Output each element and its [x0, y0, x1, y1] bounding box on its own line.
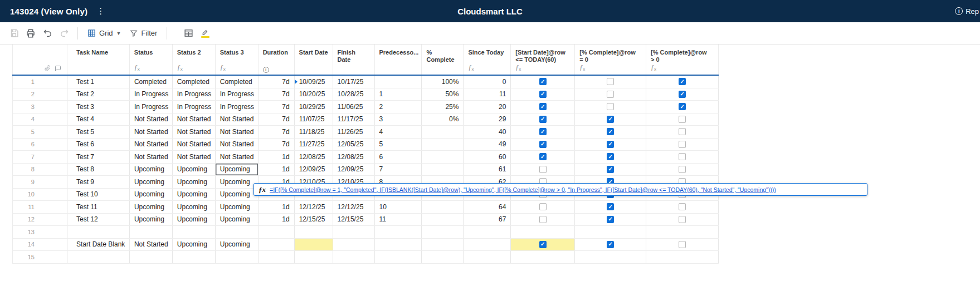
cell-status3[interactable] [216, 251, 259, 263]
cell-pct[interactable] [422, 151, 464, 163]
cell-dur[interactable]: 1d [259, 151, 295, 163]
cell-status[interactable]: Upcoming [130, 176, 173, 188]
cell-start-date-within-60[interactable] [511, 126, 575, 138]
cell-finish[interactable]: 11/26/25 [333, 126, 375, 138]
cell-status[interactable] [130, 251, 173, 263]
row-number[interactable]: 14 [13, 239, 67, 251]
cell-start[interactable] [295, 239, 333, 251]
cell-pct-complete-gt-0[interactable] [646, 139, 719, 151]
cell-start[interactable]: 12/15/25 [295, 214, 333, 226]
cell-pct[interactable] [422, 139, 464, 151]
cell-pct-complete-eq-0[interactable] [575, 239, 646, 251]
cell-pct[interactable] [422, 239, 464, 251]
row-number[interactable]: 2 [13, 88, 67, 101]
cell-dur[interactable] [259, 226, 295, 238]
kebab-menu-icon[interactable]: ⋮ [94, 6, 107, 16]
cell-start-date-within-60[interactable] [511, 76, 575, 88]
cell-since[interactable]: 60 [464, 151, 511, 163]
cell-finish[interactable]: 10/17/25 [333, 76, 375, 88]
cell-dur[interactable]: 7d [259, 126, 295, 138]
row-number[interactable]: 13 [13, 226, 67, 238]
redo-button[interactable] [56, 25, 72, 42]
cell-finish[interactable]: 10/28/25 [333, 88, 375, 101]
cell-dur[interactable]: 7d [259, 139, 295, 151]
cell-status2[interactable]: In Progress [173, 101, 216, 113]
cell-pct-complete-gt-0[interactable] [646, 151, 719, 163]
cell-status[interactable]: Not Started [130, 139, 173, 151]
cell-status3[interactable]: Not Started [216, 139, 259, 151]
cell-start-date-within-60[interactable] [511, 164, 575, 176]
cell-finish[interactable]: 12/08/25 [333, 151, 375, 163]
column-header-complete-row[interactable]: [% Complete]@row> 0ƒx [646, 45, 719, 75]
cell-start-date-within-60[interactable] [511, 214, 575, 226]
cell-since[interactable] [464, 226, 511, 238]
cell-dur[interactable]: 7d [259, 101, 295, 113]
cell-start-date-within-60[interactable] [511, 88, 575, 101]
cell-status[interactable]: Upcoming [130, 214, 173, 226]
cell-task[interactable] [67, 251, 130, 263]
cell-dur[interactable] [259, 239, 295, 251]
cell-status2[interactable]: Upcoming [173, 189, 216, 201]
cell-status3[interactable]: In Progress [216, 101, 259, 113]
cell-pct-complete-eq-0[interactable] [575, 101, 646, 113]
column-header-status-3[interactable]: Status 3ƒx [216, 45, 259, 75]
cell-start-date-within-60[interactable] [511, 201, 575, 213]
cell-start-date-within-60[interactable] [511, 139, 575, 151]
cell-status3[interactable]: Not Started [216, 151, 259, 163]
cell-status[interactable]: Not Started [130, 114, 173, 126]
cell-status2[interactable] [173, 226, 216, 238]
cell-dur[interactable] [259, 251, 295, 263]
cell-start[interactable]: 12/09/25 [295, 164, 333, 176]
column-header-status[interactable]: Statusƒx [130, 45, 173, 75]
row-number[interactable]: 10 [13, 189, 67, 201]
row-number[interactable]: 15 [13, 251, 67, 263]
cell-task[interactable]: Test 3 [67, 101, 130, 113]
cell-task[interactable]: Test 1 [67, 76, 130, 88]
column-header-start-date[interactable]: Start Date [295, 45, 333, 75]
column-header-finish[interactable]: FinishDate [333, 45, 375, 75]
cell-pct-complete-eq-0[interactable] [575, 88, 646, 101]
cell-finish[interactable] [333, 226, 375, 238]
column-header-status-2[interactable]: Status 2ƒx [173, 45, 216, 75]
cell-pct-complete-eq-0[interactable] [575, 151, 646, 163]
cell-status[interactable]: In Progress [130, 88, 173, 101]
cell-status[interactable]: Upcoming [130, 189, 173, 201]
cell-task[interactable]: Test 4 [67, 114, 130, 126]
filter-button[interactable]: Filter [125, 25, 162, 42]
cell-pct[interactable] [422, 201, 464, 213]
cell-start[interactable]: 11/18/25 [295, 126, 333, 138]
cell-pct-complete-gt-0[interactable] [646, 101, 719, 113]
cell-pred[interactable]: 7 [375, 164, 422, 176]
cell-start[interactable]: 12/12/25 [295, 201, 333, 213]
cell-since[interactable]: 20 [464, 101, 511, 113]
row-number[interactable]: 11 [13, 201, 67, 213]
row-number[interactable]: 8 [13, 164, 67, 176]
cell-pct[interactable]: 25% [422, 101, 464, 113]
cell-status3[interactable]: Upcoming [216, 189, 259, 201]
cell-status2[interactable]: Upcoming [173, 239, 216, 251]
cell-start[interactable]: 11/07/25 [295, 114, 333, 126]
cell-status2[interactable]: Upcoming [173, 214, 216, 226]
cell-pred[interactable]: 10 [375, 201, 422, 213]
cell-finish[interactable]: 12/05/25 [333, 139, 375, 151]
cell-start[interactable]: 10/20/25 [295, 88, 333, 101]
column-header-[interactable]: %Complete [422, 45, 464, 75]
cell-pct-complete-eq-0[interactable] [575, 226, 646, 238]
cell-status2[interactable]: Not Started [173, 114, 216, 126]
cell-task[interactable]: Start Date Blank [67, 239, 130, 251]
cell-finish[interactable]: 12/09/25 [333, 164, 375, 176]
cell-task[interactable] [67, 226, 130, 238]
cell-pct-complete-gt-0[interactable] [646, 126, 719, 138]
cell-status[interactable]: Not Started [130, 239, 173, 251]
cell-since[interactable]: 49 [464, 139, 511, 151]
cell-task[interactable]: Test 7 [67, 151, 130, 163]
cell-start-date-within-60[interactable] [511, 239, 575, 251]
cell-pred[interactable]: 1 [375, 88, 422, 101]
cell-pct-complete-gt-0[interactable] [646, 251, 719, 263]
cell-pred[interactable] [375, 239, 422, 251]
cell-dur[interactable]: 7d [259, 76, 295, 88]
cell-pred[interactable]: 11 [375, 214, 422, 226]
cell-task[interactable]: Test 9 [67, 176, 130, 188]
cell-pct-complete-eq-0[interactable] [575, 164, 646, 176]
cell-finish[interactable]: 11/06/25 [333, 101, 375, 113]
